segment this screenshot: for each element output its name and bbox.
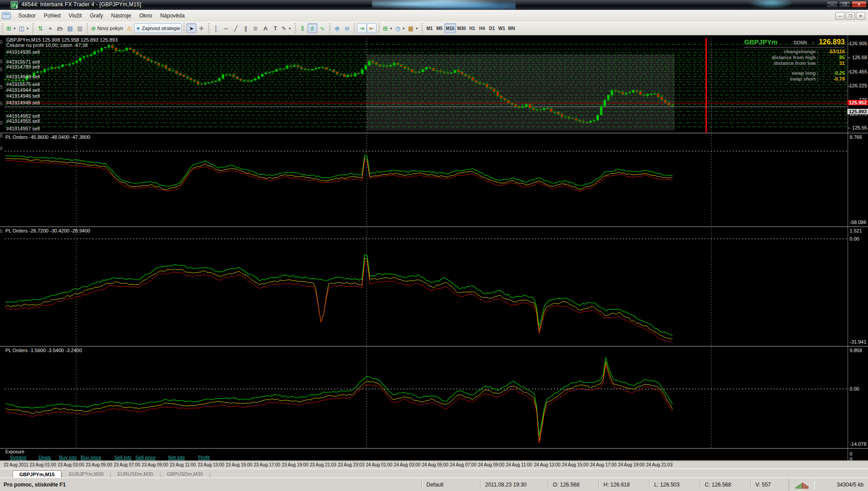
candle-body xyxy=(614,90,616,91)
info-row: swap short :-0.79 xyxy=(744,76,845,82)
timeframe-m1[interactable]: M1 xyxy=(425,23,434,33)
close-button[interactable]: ✕ xyxy=(851,1,867,8)
fibonacci-button[interactable]: ≣ xyxy=(251,23,260,33)
timeframe-m5[interactable]: M5 xyxy=(434,23,444,33)
indicator-panel-title: PL Orders -45.8600 -48.0400 -47.3800 xyxy=(5,134,90,140)
candle-body xyxy=(290,66,292,67)
alert-icon[interactable]: ⚠ xyxy=(124,23,134,33)
profiles-button[interactable]: ◫▼ xyxy=(17,23,30,33)
mdi-close-button[interactable]: ✕ xyxy=(856,12,865,20)
menu-pohled[interactable]: Pohled xyxy=(40,11,65,20)
toolbar-grip xyxy=(1,23,4,33)
info-row-label: swap long : xyxy=(792,70,819,76)
chart-shift-button[interactable]: ⇤ xyxy=(367,23,377,33)
line-chart-button[interactable]: ∿ xyxy=(317,23,327,33)
time-axis-label: 23 Aug 07:00 xyxy=(114,462,140,467)
timeframe-h1[interactable]: H1 xyxy=(467,23,477,33)
timeframe-m15[interactable]: M15 xyxy=(444,23,456,33)
exposure-column-header[interactable]: Symbol xyxy=(10,455,26,460)
exposure-column-header[interactable]: Sell lots xyxy=(114,455,132,460)
mdi-minimize-button[interactable]: — xyxy=(835,12,845,20)
exposure-column-header[interactable]: Net lots xyxy=(168,455,185,460)
open-folder-button[interactable]: 🗁 xyxy=(55,23,65,33)
crosshair-button[interactable]: ✛ xyxy=(196,23,206,33)
label-button[interactable]: T xyxy=(270,23,280,33)
candle-body xyxy=(265,73,267,74)
new-order-button[interactable]: ⊕Nový pokyn xyxy=(90,23,124,33)
zoom-in-button[interactable]: ⊕ xyxy=(332,23,342,33)
window-title: 48544: Interbank FX Trader 4 - [GBPJPYm,… xyxy=(22,1,141,8)
status-profile[interactable]: Default xyxy=(421,480,480,490)
text-button[interactable]: A xyxy=(260,23,270,33)
exposure-column-header[interactable]: Profit xyxy=(198,455,210,460)
order-label: #41914957 sell xyxy=(6,126,40,131)
terminal-button[interactable]: ▤ xyxy=(65,23,75,33)
navigator-button[interactable]: ⌖ xyxy=(45,23,55,33)
candlestick-button[interactable]: ♯ xyxy=(308,23,317,33)
tester-button[interactable]: ▥ xyxy=(75,23,85,33)
candle-body xyxy=(647,94,649,96)
candle-body xyxy=(668,103,670,105)
auto-scroll-button[interactable]: ⇥ xyxy=(357,23,367,33)
menu-nstroje[interactable]: Nástroje xyxy=(107,11,135,20)
chart-area[interactable]: GBPJPYm,M15 125.908 125.958 125.893 125.… xyxy=(0,35,868,461)
exposure-column-header[interactable]: Sell price xyxy=(135,455,156,460)
candle-body xyxy=(596,115,599,121)
market-watch-button[interactable]: ⇅ xyxy=(35,23,45,33)
chart-tab-eurusdm[interactable]: EURUSDm,M30 xyxy=(111,470,160,478)
candle-body xyxy=(607,95,609,100)
candle-body xyxy=(454,70,456,73)
horizontal-line-button[interactable]: ─ xyxy=(221,23,231,33)
bar-chart-button[interactable]: ⫼ xyxy=(298,23,308,33)
vertical-line-button[interactable]: │ xyxy=(211,23,221,33)
timeframe-label: M1 xyxy=(426,26,433,31)
crosshair-icon: ✛ xyxy=(199,26,204,31)
menu-soubor[interactable]: Soubor xyxy=(14,11,40,20)
trendline-button[interactable]: ╱ xyxy=(231,23,241,33)
chart-tab-gbpjpym[interactable]: GBPJPYm,M15 xyxy=(13,470,61,478)
arrows-button[interactable]: ✎▼ xyxy=(280,23,293,33)
candle-body xyxy=(11,80,13,81)
candle-body xyxy=(236,77,239,79)
mdi-restore-button[interactable]: ❐ xyxy=(846,12,855,20)
menu-okno[interactable]: Okno xyxy=(135,11,156,20)
dropdown-arrow-icon: ▼ xyxy=(288,27,291,30)
expert-advisors-button[interactable]: ✦Zapnout strategie xyxy=(134,23,182,33)
candle-body xyxy=(393,63,395,65)
menu-vloit[interactable]: Vložit xyxy=(65,11,86,20)
periods-button[interactable]: ◷▼ xyxy=(394,23,407,33)
minimize-button[interactable]: — xyxy=(826,1,838,8)
chart-tab-gbpusdm[interactable]: GBPUSDm,M30 xyxy=(161,470,209,478)
candle-body xyxy=(279,69,281,70)
candle-body xyxy=(511,103,513,104)
exposure-column-header[interactable]: Buy price xyxy=(81,455,101,460)
terminal-icon: ▤ xyxy=(67,26,73,31)
cursor-button[interactable]: ➤ xyxy=(187,23,196,33)
maximize-button[interactable]: ❐ xyxy=(839,1,851,8)
zoom-out-button[interactable]: ⊖ xyxy=(342,23,352,33)
candle-body xyxy=(179,73,181,75)
menu-grafy[interactable]: Grafy xyxy=(86,11,107,20)
candle-body xyxy=(339,74,342,75)
candle-body xyxy=(226,75,228,76)
chart-tab-eurjpym[interactable]: EURJPYm,M30 xyxy=(63,470,110,478)
new-chart-button[interactable]: ⊞▼ xyxy=(5,23,17,33)
exposure-column-header[interactable]: Buy lots xyxy=(59,455,77,460)
toolbar-grip xyxy=(378,23,381,33)
timeframe-d1[interactable]: D1 xyxy=(487,23,497,33)
indicators-button[interactable]: ⊞▼ xyxy=(382,23,394,33)
timeframe-h4[interactable]: H4 xyxy=(477,23,487,33)
time-axis-label: 23 Aug 17:00 xyxy=(254,462,280,467)
exposure-column-header[interactable]: Deals xyxy=(39,455,51,460)
aero-glass-decoration xyxy=(372,0,516,10)
timeframe-w1[interactable]: W1 xyxy=(497,23,507,33)
channel-button[interactable]: ∥ xyxy=(241,23,251,33)
aero-glass-decoration-2 xyxy=(744,0,798,10)
menu-npovda[interactable]: Nápověda xyxy=(156,11,189,20)
chart-canvas[interactable] xyxy=(0,35,868,461)
dropdown-arrow-icon: ▼ xyxy=(13,27,16,30)
candle-body xyxy=(315,68,317,69)
templates-button[interactable]: ▦▼ xyxy=(407,23,420,33)
timeframe-mn[interactable]: MN xyxy=(507,23,516,33)
timeframe-m30[interactable]: M30 xyxy=(456,23,467,33)
